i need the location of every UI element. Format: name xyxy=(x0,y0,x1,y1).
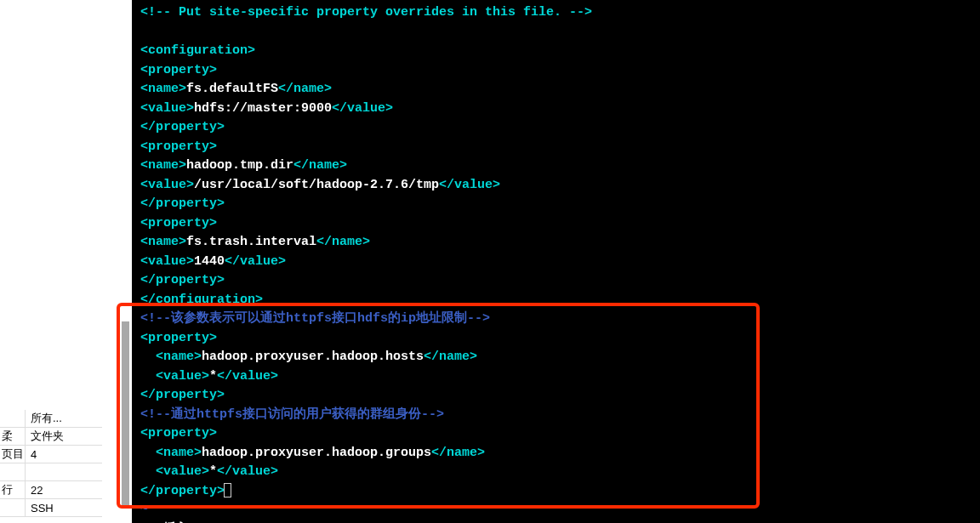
code-line[interactable]: </property> xyxy=(140,482,971,502)
code-segment: <value> xyxy=(156,369,209,384)
code-segment: hadoop.proxyuser.hadoop.hosts xyxy=(202,350,424,364)
code-segment: </name> xyxy=(316,235,370,249)
code-segment xyxy=(140,369,156,384)
code-line[interactable]: -- 插入 -- xyxy=(140,520,971,524)
code-segment xyxy=(140,464,156,479)
code-segment: hdfs://master:9000 xyxy=(194,101,332,116)
code-segment: <property> xyxy=(140,63,217,77)
code-line[interactable]: <name>hadoop.proxyuser.hadoop.groups</na… xyxy=(140,444,971,463)
property-value xyxy=(26,463,102,480)
code-segment: * xyxy=(209,464,217,479)
side-properties-panel: 所有...柔文件夹页目4行22SSH xyxy=(0,410,102,517)
code-segment: <!--该参数表示可以通过 xyxy=(140,311,286,326)
code-segment: </value> xyxy=(225,254,286,269)
code-segment: </property> xyxy=(140,388,225,402)
code-segment: ip xyxy=(401,311,416,326)
code-line[interactable]: <property> xyxy=(140,214,971,234)
property-label xyxy=(0,499,26,516)
code-segment: </configuration> xyxy=(140,293,263,307)
code-line[interactable]: <!--通过httpfs接口访问的用户获得的群组身份--> xyxy=(140,406,971,425)
property-label: 柔 xyxy=(0,428,26,445)
code-segment: </value> xyxy=(217,464,278,479)
code-segment: <property> xyxy=(140,331,217,345)
code-segment: 接口 xyxy=(332,311,357,326)
property-label xyxy=(0,463,26,480)
code-segment: </value> xyxy=(439,178,500,192)
code-segment: </name> xyxy=(278,82,332,96)
code-line[interactable]: <name>fs.trash.interval</name> xyxy=(140,233,971,253)
code-segment: --> xyxy=(467,311,490,326)
code-segment: </name> xyxy=(293,158,347,173)
terminal-editor[interactable]: <!-- Put site-specific property override… xyxy=(132,0,980,523)
code-segment xyxy=(140,446,156,460)
code-segment: fs.defaultFS xyxy=(186,82,278,96)
code-segment: <!-- Put site-specific property override… xyxy=(140,5,592,20)
code-segment xyxy=(140,25,148,39)
code-segment: 1440 xyxy=(194,254,225,269)
property-label: 行 xyxy=(0,481,26,498)
code-segment: <value> xyxy=(156,464,209,479)
code-segment xyxy=(140,350,156,364)
code-segment: httpfs xyxy=(286,311,332,326)
code-line[interactable]: <property> xyxy=(140,424,971,444)
code-segment: </property> xyxy=(140,196,225,211)
code-line[interactable]: <!--该参数表示可以通过httpfs接口hdfs的ip地址限制--> xyxy=(140,310,971,329)
text-cursor xyxy=(224,483,231,497)
code-line[interactable]: <name>fs.defaultFS</name> xyxy=(140,80,971,99)
code-line[interactable]: <property> xyxy=(140,329,971,349)
property-label xyxy=(0,410,26,427)
code-segment: /usr/local/soft/hadoop-2.7.6/tmp xyxy=(194,178,439,192)
property-value: 22 xyxy=(26,481,102,498)
code-line[interactable]: <configuration> xyxy=(140,42,971,61)
code-line[interactable]: <value>1440</value> xyxy=(140,253,971,272)
code-segment: </name> xyxy=(431,446,485,460)
code-line[interactable]: </property> xyxy=(140,118,971,138)
code-segment: <name> xyxy=(156,446,202,460)
code-segment: <name> xyxy=(156,350,202,364)
scrollbar-thumb[interactable] xyxy=(122,321,129,507)
code-line[interactable]: <value>/usr/local/soft/hadoop-2.7.6/tmp<… xyxy=(140,176,971,196)
code-segment: ~ xyxy=(140,503,148,517)
code-line[interactable]: </property> xyxy=(140,195,971,214)
code-segment: </property> xyxy=(140,273,225,287)
code-segment: hdfs xyxy=(357,311,388,326)
code-line[interactable]: <name>hadoop.proxyuser.hadoop.hosts</nam… xyxy=(140,348,971,367)
code-line[interactable]: </configuration> xyxy=(140,291,971,310)
code-line[interactable]: <name>hadoop.tmp.dir</name> xyxy=(140,156,971,176)
property-row: 柔文件夹 xyxy=(0,428,102,446)
code-segment: * xyxy=(209,369,217,384)
property-label: 页目 xyxy=(0,446,26,463)
code-line[interactable]: </property> xyxy=(140,271,971,291)
code-line[interactable]: <!-- Put site-specific property override… xyxy=(140,3,971,23)
code-line[interactable]: </property> xyxy=(140,386,971,406)
code-segment: hadoop.proxyuser.hadoop.groups xyxy=(202,446,431,460)
property-row: SSH xyxy=(0,499,102,517)
property-value: 所有... xyxy=(26,410,102,427)
code-segment: <value> xyxy=(140,254,194,269)
code-line[interactable]: <property> xyxy=(140,61,971,81)
property-value: SSH xyxy=(26,499,102,516)
property-value: 文件夹 xyxy=(26,428,102,445)
code-segment: <configuration> xyxy=(140,43,255,58)
code-line[interactable]: <value>*</value> xyxy=(140,463,971,482)
code-segment: <name> xyxy=(140,82,186,96)
code-line[interactable]: <value>*</value> xyxy=(140,367,971,387)
code-segment: 地址限制 xyxy=(416,311,467,326)
code-line[interactable]: <value>hdfs://master:9000</value> xyxy=(140,99,971,119)
property-row: 所有... xyxy=(0,410,102,428)
code-line[interactable]: <property> xyxy=(140,138,971,157)
code-segment: <property> xyxy=(140,139,217,154)
code-segment: </value> xyxy=(332,101,393,116)
code-segment: </value> xyxy=(217,369,278,384)
code-segment: </property> xyxy=(140,120,225,134)
property-row: 页目4 xyxy=(0,446,102,463)
code-segment: <property> xyxy=(140,216,217,230)
code-segment: 接口访问的用户获得的群组身份 xyxy=(242,407,421,422)
code-line[interactable] xyxy=(140,23,971,43)
code-segment: hadoop.tmp.dir xyxy=(186,158,293,173)
property-row xyxy=(0,463,102,481)
code-line[interactable]: ~ xyxy=(140,501,971,520)
code-segment: <name> xyxy=(140,235,186,249)
code-segment: fs.trash.interval xyxy=(186,235,316,249)
code-segment: 的 xyxy=(388,311,401,326)
